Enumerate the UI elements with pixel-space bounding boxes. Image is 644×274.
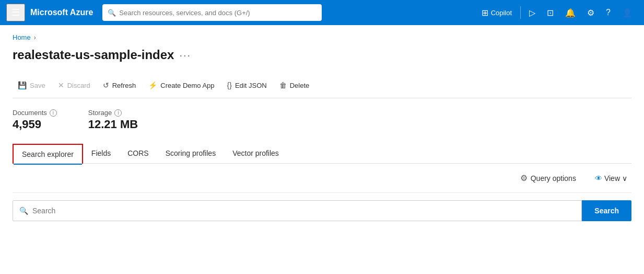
toolbar: 💾 Save ✕ Discard ↺ Refresh ⚡ Create Demo… <box>13 73 631 98</box>
copilot-button[interactable]: ⊞ Copilot <box>476 5 517 21</box>
help-button[interactable]: ? <box>601 5 616 20</box>
settings-button[interactable]: ⚙ <box>582 5 600 21</box>
query-options-row: ⚙ Query options 👁 View ∨ <box>13 164 631 193</box>
more-options-icon[interactable]: ··· <box>179 49 191 61</box>
search-loup-icon: 🔍 <box>19 207 28 215</box>
documents-value: 4,959 <box>13 118 57 131</box>
query-options-button[interactable]: ⚙ Query options <box>516 170 580 186</box>
settings-icon: ⚙ <box>587 8 594 18</box>
help-icon: ? <box>606 8 611 17</box>
feedback-button[interactable]: ⊡ <box>542 5 559 21</box>
edit-json-button[interactable]: {} Edit JSON <box>222 78 272 93</box>
global-search-input[interactable] <box>119 9 317 17</box>
create-demo-icon: ⚡ <box>148 81 157 89</box>
storage-stat: Storage i 12.21 MB <box>88 109 138 131</box>
view-icon: 👁 <box>595 174 602 182</box>
global-search-icon: 🔍 <box>108 9 116 17</box>
discard-icon: ✕ <box>58 81 64 89</box>
save-icon: 💾 <box>18 81 27 89</box>
notifications-button[interactable]: 🔔 <box>560 5 581 21</box>
tab-vector-profiles[interactable]: Vector profiles <box>224 144 287 164</box>
topbar-actions: ⊞ Copilot ▷ ⊡ 🔔 ⚙ ? 👤 <box>476 5 638 21</box>
documents-info-icon[interactable]: i <box>50 109 57 117</box>
documents-stat: Documents i 4,959 <box>13 109 57 131</box>
user-account-button[interactable]: 👤 <box>617 5 638 21</box>
tab-scoring-profiles[interactable]: Scoring profiles <box>157 144 225 164</box>
page-title: realestate-us-sample-index <box>13 48 174 62</box>
tab-fields[interactable]: Fields <box>83 144 119 164</box>
feedback-icon: ⊡ <box>547 8 554 18</box>
search-button[interactable]: Search <box>582 200 631 221</box>
bell-icon: 🔔 <box>565 8 576 18</box>
global-search-box[interactable]: 🔍 <box>102 4 322 21</box>
terminal-button[interactable]: ▷ <box>524 5 541 21</box>
discard-button[interactable]: ✕ Discard <box>53 78 96 93</box>
query-options-gear-icon: ⚙ <box>520 173 528 183</box>
copilot-icon: ⊞ <box>482 8 488 18</box>
storage-value: 12.21 MB <box>88 118 138 131</box>
create-demo-app-button[interactable]: ⚡ Create Demo App <box>143 78 219 93</box>
search-input[interactable] <box>32 207 575 215</box>
breadcrumb-separator: › <box>34 34 36 41</box>
refresh-button[interactable]: ↺ Refresh <box>98 78 142 93</box>
page-title-row: realestate-us-sample-index ··· <box>13 48 631 62</box>
brand-name: Microsoft Azure <box>30 8 93 17</box>
terminal-icon: ▷ <box>529 8 535 18</box>
search-bar-row: 🔍 Search <box>13 193 631 226</box>
save-button[interactable]: 💾 Save <box>13 78 51 93</box>
hamburger-menu-button[interactable]: ☰ <box>6 4 25 21</box>
breadcrumb: Home › <box>13 33 631 41</box>
user-icon: 👤 <box>622 8 633 18</box>
main-content: Home › realestate-us-sample-index ··· 💾 … <box>0 25 644 235</box>
stats-row: Documents i 4,959 Storage i 12.21 MB <box>13 109 631 131</box>
chevron-down-icon: ∨ <box>622 174 627 182</box>
refresh-icon: ↺ <box>103 81 109 89</box>
storage-label: Storage i <box>88 109 138 117</box>
edit-json-icon: {} <box>227 81 232 89</box>
view-button[interactable]: 👁 View ∨ <box>591 171 631 186</box>
topbar: ☰ Microsoft Azure 🔍 ⊞ Copilot ▷ ⊡ 🔔 ⚙ ? … <box>0 0 644 25</box>
delete-button[interactable]: 🗑 Delete <box>274 78 315 93</box>
breadcrumb-home-link[interactable]: Home <box>13 33 31 41</box>
delete-icon: 🗑 <box>279 81 287 89</box>
tab-search-explorer[interactable]: Search explorer <box>13 144 83 164</box>
search-input-wrapper[interactable]: 🔍 <box>13 200 582 221</box>
hamburger-icon: ☰ <box>11 7 20 18</box>
tab-cors[interactable]: CORS <box>119 144 157 164</box>
documents-label: Documents i <box>13 109 57 117</box>
topbar-divider <box>520 6 521 19</box>
tabs: Search explorer Fields CORS Scoring prof… <box>13 144 631 164</box>
storage-info-icon[interactable]: i <box>114 109 122 117</box>
